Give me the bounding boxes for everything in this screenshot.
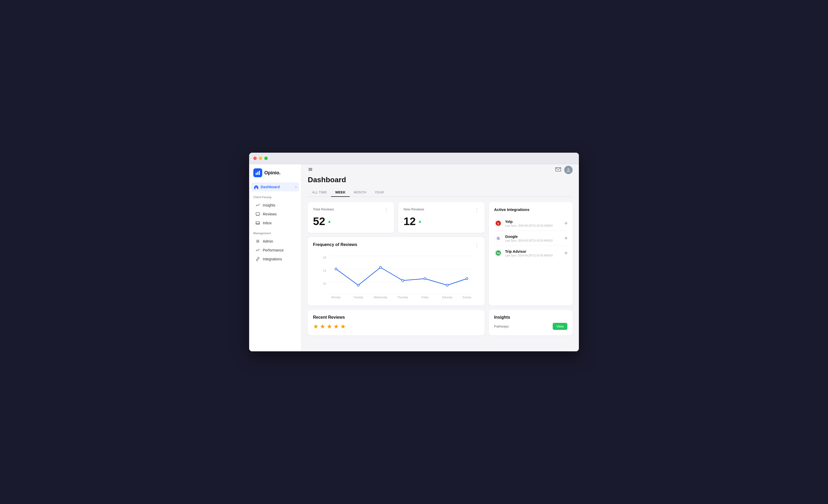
yelp-status	[565, 222, 567, 225]
new-reviews-title: New Reviews	[404, 207, 424, 211]
sidebar-item-dashboard[interactable]: Dashboard ›	[251, 182, 299, 191]
tab-month[interactable]: MONTH	[349, 188, 371, 197]
svg-text:TA: TA	[496, 252, 500, 255]
svg-text:Tuesday: Tuesday	[353, 296, 363, 299]
maximize-button[interactable]	[264, 156, 268, 160]
tab-week[interactable]: WEEK	[331, 188, 349, 197]
performance-icon	[255, 248, 260, 253]
total-reviews-number: 52	[313, 215, 325, 228]
frequency-chart-card: Frequency of Reviews ⋮ 18 14 10	[308, 237, 485, 306]
sidebar-item-insights[interactable]: Insights	[251, 201, 299, 210]
chart-header: Frequency of Reviews ⋮	[313, 242, 480, 251]
integration-tripadvisor: TA Trip Advisor Last Sync: 2024-09-28T21…	[494, 246, 567, 260]
sidebar-item-insights-label: Insights	[263, 203, 275, 207]
sidebar-item-inbox-label: Inbox	[263, 221, 272, 225]
total-reviews-title: Total Reviews	[313, 207, 334, 211]
tab-year[interactable]: YEAR	[371, 188, 388, 197]
tab-all-time[interactable]: ALL TIME	[308, 188, 331, 197]
sidebar-item-dashboard-label: Dashboard	[261, 185, 280, 189]
svg-text:Friday: Friday	[421, 296, 429, 299]
data-point-1	[357, 284, 359, 286]
dashboard-grid: Total Reviews ⋮ 52 ▲ New Reviews ⋮	[308, 202, 573, 335]
new-reviews-trend: ▲	[418, 219, 422, 224]
hamburger-button[interactable]	[308, 167, 313, 173]
new-reviews-number: 12	[404, 215, 416, 228]
new-reviews-header: New Reviews ⋮	[404, 207, 480, 213]
total-reviews-menu[interactable]: ⋮	[384, 207, 389, 213]
insights-label: Pathways	[494, 324, 509, 328]
sidebar-item-reviews-label: Reviews	[263, 212, 277, 216]
insights-mini-title: Insights	[494, 315, 567, 320]
traffic-lights	[253, 156, 268, 160]
avatar[interactable]	[564, 166, 573, 174]
logo-icon	[253, 168, 262, 177]
google-sync: Last Sync: 2024-09-28T21:02:59.408303	[505, 239, 565, 242]
svg-text:Thursday: Thursday	[397, 296, 408, 299]
total-reviews-header: Total Reviews ⋮	[313, 207, 389, 213]
tripadvisor-info: Trip Advisor Last Sync: 2024-09-28T21:02…	[505, 249, 565, 257]
google-info: Google Last Sync: 2024-09-28T21:02:59.40…	[505, 234, 565, 242]
sidebar-item-inbox[interactable]: Inbox	[251, 219, 299, 227]
data-point-0	[335, 268, 337, 270]
new-reviews-value: 12 ▲	[404, 215, 480, 228]
google-name: Google	[505, 234, 565, 239]
sidebar-item-performance[interactable]: Performance	[251, 246, 299, 255]
sidebar-item-integrations[interactable]: Integrations	[251, 255, 299, 264]
chart-area: 18 14 10 Monday T	[313, 253, 480, 301]
svg-point-10	[567, 168, 570, 170]
total-reviews-trend: ▲	[327, 219, 332, 224]
mail-icon[interactable]	[555, 167, 561, 173]
yelp-sync: Last Sync: 2024-09-28T21:02:59.408303	[505, 224, 565, 227]
avatar-circle	[564, 166, 573, 174]
star-2: ★	[320, 323, 326, 330]
gear-icon	[255, 239, 260, 244]
chart-title: Frequency of Reviews	[313, 242, 357, 247]
svg-point-5	[257, 240, 258, 242]
svg-text:14: 14	[323, 269, 326, 272]
svg-rect-1	[257, 172, 258, 175]
logo-area: Opinio.	[249, 168, 301, 182]
data-point-4	[424, 278, 426, 280]
page-title: Dashboard	[308, 176, 573, 184]
sidebar-item-admin[interactable]: Admin	[251, 237, 299, 246]
total-reviews-card: Total Reviews ⋮ 52 ▲	[308, 202, 394, 233]
chevron-icon: ›	[295, 185, 296, 189]
close-button[interactable]	[253, 156, 257, 160]
integrations-title: Active Integrations	[494, 207, 567, 212]
sidebar-item-performance-label: Performance	[263, 248, 284, 252]
tabs: ALL TIME WEEK MONTH YEAR	[308, 188, 573, 197]
integration-yelp: y Yelp Last Sync: 2024-09-28T21:02:59.40…	[494, 216, 567, 231]
content-area: Dashboard ALL TIME WEEK MONTH YEAR Total…	[301, 176, 579, 351]
svg-text:Wednesday: Wednesday	[374, 296, 387, 299]
message-icon	[255, 212, 260, 217]
top-bar	[301, 164, 579, 176]
sidebar-item-integrations-label: Integrations	[263, 257, 282, 261]
recent-reviews-title: Recent Reviews	[313, 315, 480, 320]
integration-google: G Google Last Sync: 2024-09-28T21:02:59.…	[494, 231, 567, 246]
svg-text:Monday: Monday	[331, 296, 341, 299]
new-reviews-menu[interactable]: ⋮	[474, 207, 480, 213]
svg-rect-0	[256, 173, 257, 175]
svg-rect-3	[256, 213, 260, 215]
recent-reviews-card: Recent Reviews ★ ★ ★ ★ ★	[308, 310, 485, 335]
sidebar: Opinio. Dashboard › Client Facing Insigh…	[249, 164, 301, 351]
logo-text: Opinio.	[264, 170, 281, 176]
data-point-5	[446, 284, 448, 286]
data-point-3	[402, 279, 404, 281]
svg-text:y: y	[497, 221, 499, 225]
star-5: ★	[340, 323, 346, 330]
new-reviews-card: New Reviews ⋮ 12 ▲	[398, 202, 485, 233]
svg-text:Sunday: Sunday	[462, 296, 471, 299]
svg-text:10: 10	[323, 282, 326, 285]
minimize-button[interactable]	[259, 156, 262, 160]
sidebar-item-reviews[interactable]: Reviews	[251, 210, 299, 219]
data-point-2	[379, 266, 381, 269]
chart-line	[336, 267, 467, 285]
svg-text:18: 18	[323, 256, 326, 259]
chart-menu[interactable]: ⋮	[474, 242, 480, 248]
section-client-facing: Client Facing	[249, 191, 301, 201]
top-bar-right	[555, 166, 573, 174]
yelp-logo: y	[494, 219, 502, 227]
insights-view-button[interactable]: View	[553, 323, 567, 330]
sidebar-item-admin-label: Admin	[263, 239, 273, 243]
